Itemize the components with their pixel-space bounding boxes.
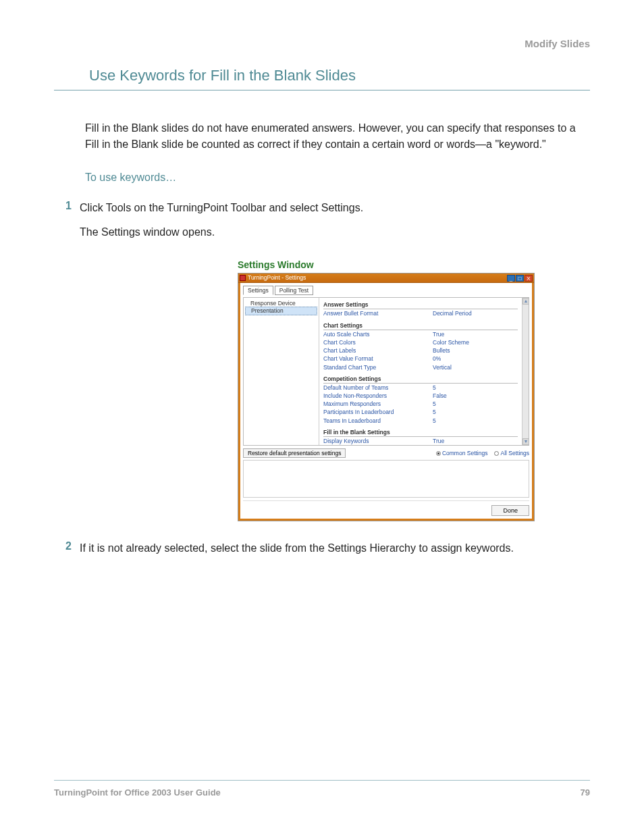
steps-list: 1 Click Tools on the TurningPoint Toolba… [54,200,590,556]
window-titlebar: TurningPoint - Settings _ □ X [238,273,534,283]
done-button[interactable]: Done [491,505,529,516]
app-icon [240,275,246,281]
document-page: Modify Slides Use Keywords for Fill in t… [0,0,644,834]
setting-value: True [433,438,444,444]
page-footer: TurningPoint for Office 2003 User Guide … [54,780,590,798]
procedure-heading: To use keywords… [85,172,590,184]
maximize-button[interactable]: □ [516,275,524,282]
setting-value: Decimal Period [433,310,472,317]
settings-grid: Answer Settings Answer Bullet Format Dec… [319,298,529,445]
step-2: 2 If it is not already selected, select … [54,540,590,556]
tree-item-response-device[interactable]: Response Device [245,300,317,307]
step-number: 1 [54,200,80,212]
setting-label: Chart Labels [323,347,433,354]
minimize-button[interactable]: _ [507,275,515,282]
radio-all-settings[interactable]: All Settings [494,450,529,457]
footer-page-number: 79 [581,787,590,798]
window-title: TurningPoint - Settings [248,274,306,281]
settings-main-panel: Response Device Presentation Answer Sett… [243,297,529,446]
setting-value: False [433,392,447,399]
radio-common-settings[interactable]: Common Settings [436,450,488,457]
intro-paragraph: Fill in the Blank slides do not have enu… [85,120,590,153]
setting-value: Bullets [433,347,450,354]
settings-description-pane [243,460,529,498]
setting-label: Auto Scale Charts [323,331,433,338]
section-chart-settings: Chart Settings [323,321,518,330]
row-chart-labels[interactable]: Chart Labels Bullets [323,346,518,355]
setting-label: Chart Colors [323,339,433,346]
scroll-up-icon[interactable]: ▲ [522,298,529,305]
scrollbar[interactable]: ▲ ▼ [522,298,529,445]
radio-dot-icon [436,451,441,456]
restore-defaults-button[interactable]: Restore default presentation settings [243,448,346,458]
step-number: 2 [54,540,80,552]
setting-label: Display Keywords [323,438,433,444]
step-text-content: Click Tools on the TurningPoint Toolbar … [80,202,363,213]
setting-label: Default Number of Teams [323,384,433,391]
setting-label: Include Non-Responders [323,392,433,399]
settings-view-radios: Common Settings All Settings [436,450,529,457]
radio-label: Common Settings [442,450,488,457]
setting-label: Answer Bullet Format [323,310,433,317]
radio-label: All Settings [500,450,529,457]
tab-strip: Settings Polling Test [243,286,529,295]
setting-value: 5 [433,409,436,415]
setting-label: Teams In Leaderboard [323,417,433,424]
settings-underpanel: Restore default presentation settings Co… [243,448,529,458]
window-title-left: TurningPoint - Settings [240,274,306,281]
section-fill-in-blank-settings: Fill in the Blank Settings [323,427,518,437]
row-chart-value-format[interactable]: Chart Value Format 0% [323,355,518,363]
window-body: Settings Polling Test Response Device Pr… [238,283,534,521]
radio-dot-icon [494,451,499,456]
tree-item-presentation[interactable]: Presentation [245,307,317,315]
settings-tree: Response Device Presentation [244,298,319,445]
figure-caption: Settings Window [238,259,590,270]
window-buttons: _ □ X [507,275,533,282]
row-auto-scale-charts[interactable]: Auto Scale Charts True [323,330,518,338]
row-standard-chart-type[interactable]: Standard Chart Type Vertical [323,363,518,371]
step-text: Click Tools on the TurningPoint Toolbar … [80,200,590,240]
page-title: Use Keywords for Fill in the Blank Slide… [54,67,590,90]
row-include-non-responders[interactable]: Include Non-Responders False [323,392,518,400]
setting-value: Color Scheme [433,339,469,346]
setting-label: Chart Value Format [323,355,433,362]
row-answer-bullet-format[interactable]: Answer Bullet Format Decimal Period [323,309,518,317]
section-competition-settings: Competition Settings [323,374,518,384]
setting-value: 5 [433,417,436,424]
row-teams-in-leaderboard[interactable]: Teams In Leaderboard 5 [323,417,518,425]
setting-value: 0% [433,355,441,362]
setting-value: 5 [433,384,436,391]
step-1: 1 Click Tools on the TurningPoint Toolba… [54,200,590,240]
tab-polling-test[interactable]: Polling Test [275,286,313,295]
setting-value: 5 [433,400,436,407]
section-label: Modify Slides [54,38,590,49]
row-participants-in-leaderboard[interactable]: Participants In Leaderboard 5 [323,408,518,416]
setting-value: Vertical [433,364,452,371]
close-button[interactable]: X [525,275,533,282]
setting-label: Standard Chart Type [323,364,433,371]
row-default-number-of-teams[interactable]: Default Number of Teams 5 [323,384,518,392]
setting-label: Maximum Responders [323,400,433,407]
scroll-down-icon[interactable]: ▼ [522,438,529,445]
setting-label: Participants In Leaderboard [323,409,433,415]
row-chart-colors[interactable]: Chart Colors Color Scheme [323,338,518,346]
settings-window: TurningPoint - Settings _ □ X Settings P… [238,273,535,521]
figure-settings-window: Settings Window TurningPoint - Settings … [238,259,590,521]
tab-settings[interactable]: Settings [243,286,273,295]
setting-value: True [433,331,444,338]
done-row: Done [243,500,529,516]
section-answer-settings: Answer Settings [323,300,518,309]
settings-grid-inner: Answer Settings Answer Bullet Format Dec… [319,298,522,445]
row-maximum-responders[interactable]: Maximum Responders 5 [323,400,518,408]
step-result: The Settings window opens. [80,224,590,240]
footer-guide-title: TurningPoint for Office 2003 User Guide [54,787,221,798]
step-text: If it is not already selected, select th… [80,540,590,556]
row-display-keywords[interactable]: Display Keywords True [323,437,518,445]
